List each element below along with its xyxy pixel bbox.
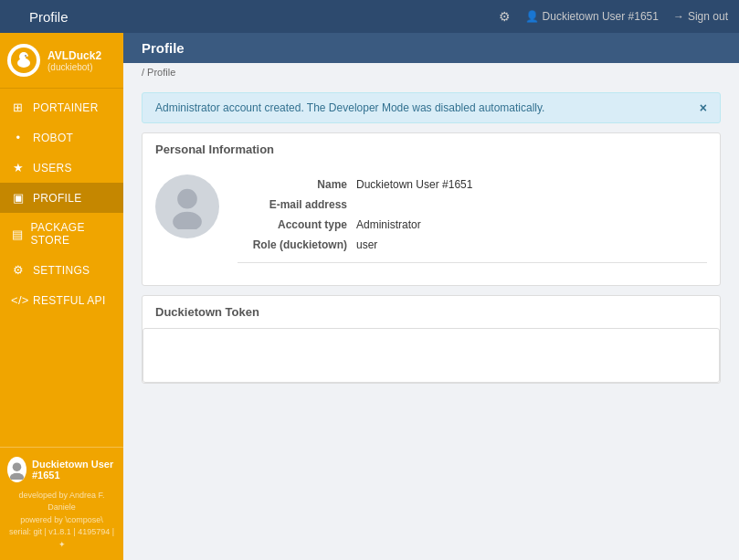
settings-button[interactable]: ⚙ [499,9,511,24]
sidebar-subtitle: (duckiebot) [48,62,101,72]
sidebar-user-name: Duckietown User #1651 [32,459,116,481]
package-icon: ▤ [11,227,24,241]
sidebar-label-users: USERS [33,162,72,174]
label-role: Role (duckietown) [238,238,356,251]
person-avatar-svg [164,184,210,229]
sidebar-item-users[interactable]: ★ USERS [0,153,123,183]
svg-point-3 [26,57,31,59]
svg-point-7 [177,189,197,209]
sidebar-label-portainer: PORTAINER [33,101,99,114]
sidebar-label-package-store: PACKAGE STORE [31,221,112,247]
info-row-role: Role (duckietown) user [238,235,707,255]
sidebar-footer: developed by Andrea F. Daniele powered b… [7,490,116,552]
personal-info-card: Personal Information Name Duckietown Use… [142,132,721,286]
settings-icon: ⚙ [11,263,26,277]
developed-by-text: developed by Andrea F. Daniele [7,490,116,514]
header-username: Duckietown User #1651 [543,10,659,23]
svg-point-4 [25,55,26,57]
svg-point-5 [13,462,22,471]
serial-text: serial: git | v1.8.1 | 4195794 | ✦ [7,526,116,551]
powered-by-text: powered by \compose\ [7,514,116,527]
avatar-icon-svg [7,460,26,480]
sidebar-item-profile[interactable]: ▣ PROFILE [0,183,123,213]
value-account-type: Administrator [356,218,421,231]
info-row-account-type: Account type Administrator [238,215,707,235]
sidebar-user-avatar [7,457,26,482]
label-email: E-mail address [238,198,356,211]
sidebar-title: AVLDuck2 [48,49,101,62]
users-icon: ★ [11,161,26,174]
value-role: user [356,238,377,251]
info-row-email: E-mail address [238,195,707,215]
label-account-type: Account type [238,218,356,231]
token-card: Duckietown Token [142,295,721,384]
breadcrumb: / Profile [123,63,739,83]
profile-icon: ▣ [11,191,26,205]
header-left: Profile [11,9,69,25]
info-separator [238,262,707,263]
signout-icon: → [673,10,684,23]
info-table: Name Duckietown User #1651 E-mail addres… [238,174,707,270]
signout-button[interactable]: → Sign out [673,10,728,23]
sidebar-label-profile: PROFILE [33,192,81,205]
main-layout: AVLDuck2 (duckiebot) ⊞ PORTAINER • ROBOT… [0,33,739,560]
sidebar-item-restful-api[interactable]: </> RESTFUL API [0,285,123,315]
api-icon: </> [11,293,26,307]
content-header: Profile [123,33,739,63]
signout-label: Sign out [688,10,728,23]
sidebar-bottom: Duckietown User #1651 developed by Andre… [0,447,123,561]
label-name: Name [238,178,356,191]
sidebar-nav: ⊞ PORTAINER • ROBOT ★ USERS ▣ PROFILE ▤ … [0,89,123,447]
top-header: Profile ⚙ 👤 Duckietown User #1651 → Sign… [0,0,739,33]
info-row-name: Name Duckietown User #1651 [238,174,707,195]
sidebar-label-restful-api: RESTFUL API [33,294,106,307]
duck-logo-icon [7,44,40,77]
token-title: Duckietown Token [143,296,720,328]
sidebar-user-info: Duckietown User #1651 [7,457,116,482]
sidebar-label-robot: ROBOT [33,132,73,144]
alert-close-button[interactable]: × [700,100,707,115]
sidebar-app-name: AVLDuck2 (duckiebot) [48,49,101,72]
sidebar-item-settings[interactable]: ⚙ SETTINGS [0,255,123,285]
profile-avatar [155,174,219,238]
alert-banner: Administrator account created. The Devel… [142,92,721,123]
alert-message: Administrator account created. The Devel… [155,101,544,114]
token-box [143,328,720,383]
header-title: Profile [29,9,69,25]
svg-point-8 [173,212,202,229]
header-right: ⚙ 👤 Duckietown User #1651 → Sign out [499,9,728,24]
svg-point-6 [10,472,24,479]
user-icon: 👤 [525,10,539,23]
value-name: Duckietown User #1651 [356,178,472,191]
sidebar: AVLDuck2 (duckiebot) ⊞ PORTAINER • ROBOT… [0,33,123,560]
robot-icon: • [11,131,26,144]
sidebar-item-portainer[interactable]: ⊞ PORTAINER [0,92,123,122]
sidebar-item-package-store[interactable]: ▤ PACKAGE STORE [0,213,123,255]
content-title: Profile [142,40,185,56]
portainer-icon: ⊞ [11,100,26,114]
gear-icon: ⚙ [499,9,511,24]
sidebar-logo: AVLDuck2 (duckiebot) [0,33,123,89]
user-menu-button[interactable]: 👤 Duckietown User #1651 [525,10,659,23]
sidebar-label-settings: SETTINGS [33,264,90,277]
duck-svg [11,48,37,73]
sidebar-item-robot[interactable]: • ROBOT [0,122,123,153]
personal-info-title: Personal Information [143,133,720,165]
personal-info-content: Name Duckietown User #1651 E-mail addres… [143,165,720,285]
content-area: Profile / Profile Administrator account … [123,33,739,560]
